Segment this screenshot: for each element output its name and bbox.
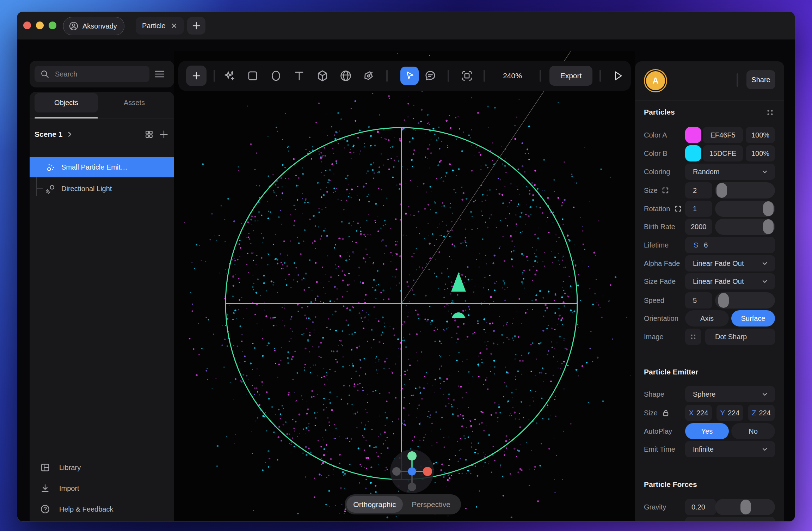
avatar[interactable]: A (645, 70, 666, 91)
axis-center-dot[interactable] (408, 468, 416, 476)
document-tab[interactable]: Particle (136, 17, 184, 35)
axis-y-dot[interactable] (407, 451, 417, 460)
color-b-hex-field[interactable]: 15DCFE (703, 145, 743, 161)
shape-value: Sphere (693, 390, 716, 398)
y-axis-arrow[interactable] (451, 272, 466, 292)
ai-generate-button[interactable] (223, 69, 236, 83)
zoom-window-button[interactable] (49, 22, 56, 29)
gravity-slider-knob[interactable] (740, 500, 751, 514)
rectangle-tool-button[interactable] (246, 69, 259, 83)
translate-gizmo[interactable] (338, 240, 472, 318)
birth-rate-field[interactable]: 2000 (685, 219, 712, 235)
x-axis-label: X (689, 409, 694, 417)
unlock-icon[interactable] (662, 409, 670, 417)
help-feedback-button[interactable]: Help & Feedback (30, 501, 174, 518)
alpha-fade-dropdown[interactable]: Linear Fade Out (685, 255, 775, 271)
rotation-slider[interactable] (715, 201, 775, 217)
chevron-right-icon[interactable] (67, 131, 73, 138)
add-object-button[interactable] (186, 66, 207, 86)
shape-dropdown[interactable]: Sphere (685, 386, 775, 402)
toolbar-divider (386, 70, 388, 82)
share-button[interactable]: Share (746, 70, 775, 89)
comment-tool-button[interactable] (424, 69, 437, 83)
emitter-size-x-field[interactable]: X224 (685, 405, 712, 421)
grid-view-icon[interactable] (144, 129, 154, 140)
lifetime-row: Lifetime S6 (635, 237, 784, 253)
color-b-swatch[interactable] (685, 145, 701, 161)
image-field[interactable]: Dot Sharp (705, 329, 775, 345)
autoplay-yes-button[interactable]: Yes (685, 423, 729, 439)
search-input[interactable] (54, 70, 140, 79)
scale-brackets-icon[interactable] (675, 205, 682, 212)
color-b-opacity-field[interactable]: 100% (746, 145, 775, 161)
alpha-fade-row: Alpha Fade Linear Fade Out (635, 255, 784, 271)
rotation-label: Rotation (644, 205, 670, 213)
collider-dropdown[interactable]: None (685, 517, 775, 521)
emitter-size-z-field[interactable]: Z224 (748, 405, 775, 421)
pen-tool-button[interactable] (362, 69, 376, 83)
axis-negx-dot[interactable] (392, 467, 401, 476)
text-tool-button[interactable] (293, 69, 306, 83)
speed-slider-knob[interactable] (718, 293, 729, 308)
size-slider[interactable] (715, 182, 775, 199)
lifetime-field[interactable]: S6 (685, 237, 775, 253)
size-slider-knob[interactable] (716, 183, 727, 198)
add-scene-item-icon[interactable] (159, 129, 169, 140)
library-icon (39, 462, 51, 473)
size-field[interactable]: 2 (685, 182, 712, 199)
window-content: Orthographic Perspective 240% Export (17, 39, 795, 521)
axis-x-dot[interactable] (423, 467, 432, 476)
minimize-window-button[interactable] (36, 22, 44, 29)
rotation-field[interactable]: 1 (685, 201, 712, 217)
emit-time-dropdown[interactable]: Infinite (685, 441, 775, 457)
emitter-size-y-field[interactable]: Y224 (716, 405, 743, 421)
new-tab-button[interactable] (187, 17, 205, 35)
autoplay-no-button[interactable]: No (731, 423, 775, 439)
close-tab-icon[interactable] (171, 22, 178, 29)
tab-objects-label: Objects (54, 99, 78, 107)
orientation-axis-button[interactable]: Axis (685, 310, 729, 326)
play-button[interactable] (611, 69, 624, 83)
speed-field[interactable]: 5 (685, 292, 712, 309)
speed-label: Speed (644, 292, 664, 309)
tab-objects[interactable]: Objects (35, 93, 98, 112)
layer-item-directional-light[interactable]: Directional Light (30, 179, 174, 199)
orientation-surface-button[interactable]: Surface (731, 310, 775, 326)
projection-orthographic-button[interactable]: Orthographic (346, 496, 403, 513)
y-axis-handle[interactable] (452, 312, 465, 318)
export-button[interactable]: Export (549, 66, 592, 86)
image-picker-button[interactable] (685, 329, 701, 345)
cube-tool-button[interactable] (316, 69, 329, 83)
speed-slider[interactable] (715, 292, 775, 309)
gravity-field[interactable]: 0.20 (685, 499, 716, 515)
scene-header[interactable]: Scene 1 (35, 126, 169, 143)
user-tab[interactable]: Aksonvady (63, 17, 124, 35)
scale-brackets-icon[interactable] (662, 187, 669, 194)
color-a-opacity-field[interactable]: 100% (746, 127, 775, 143)
layer-item-particle-emitter[interactable]: Small Particle Emit… (30, 157, 174, 177)
close-window-button[interactable] (23, 22, 31, 29)
axis-negy-dot[interactable] (408, 483, 416, 491)
coloring-dropdown[interactable]: Random (685, 164, 775, 180)
search-field[interactable] (35, 66, 149, 82)
birth-rate-slider[interactable] (715, 219, 775, 235)
menu-icon[interactable] (154, 69, 166, 79)
tab-assets[interactable]: Assets (102, 93, 167, 112)
zoom-level[interactable]: 240% (503, 72, 522, 80)
gravity-slider[interactable] (715, 499, 775, 515)
rotation-slider-knob[interactable] (763, 201, 774, 216)
size-fade-dropdown[interactable]: Linear Fade Out (685, 273, 775, 289)
color-a-swatch[interactable] (685, 127, 701, 143)
ellipse-tool-button[interactable] (269, 69, 283, 83)
color-a-hex-field[interactable]: EF46F5 (703, 127, 743, 143)
projection-perspective-button[interactable]: Perspective (403, 500, 459, 509)
select-tool-button[interactable] (400, 67, 419, 85)
orientation-gizmo[interactable] (387, 447, 437, 496)
sphere-tool-button[interactable] (339, 69, 352, 83)
frame-capture-button[interactable] (460, 69, 474, 83)
import-button[interactable]: Import (30, 480, 174, 497)
birth-rate-slider-knob[interactable] (763, 219, 774, 234)
library-button[interactable]: Library (30, 459, 174, 476)
drag-dots-icon[interactable] (765, 108, 775, 118)
lifetime-unit: S (694, 241, 698, 249)
